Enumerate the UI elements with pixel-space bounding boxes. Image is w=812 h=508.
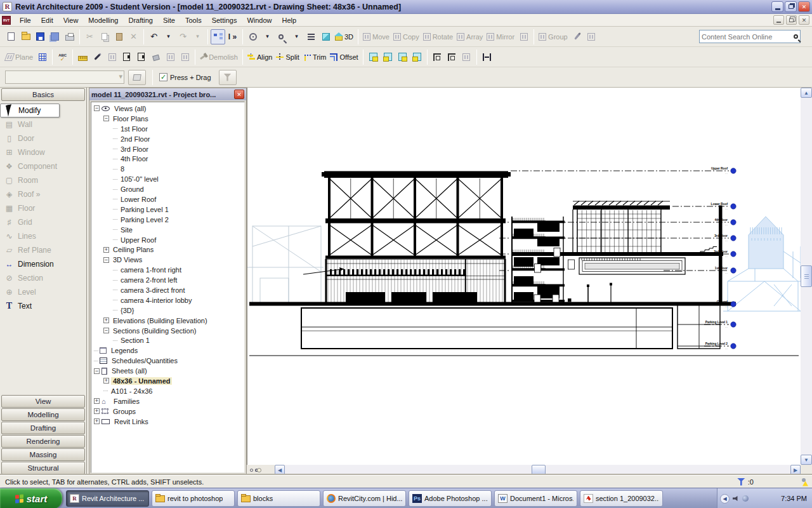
tree-item[interactable]: A101 - 24x36	[91, 386, 244, 396]
tree-item[interactable]: +Revit Links	[91, 417, 244, 427]
design-bar-item-ref-plane[interactable]: ▱Ref Plane	[0, 243, 86, 257]
design-bar-item-text[interactable]: TText	[0, 299, 86, 313]
beam-joins-button[interactable]	[445, 50, 459, 65]
move-button[interactable]: Move	[361, 29, 391, 44]
tree-item[interactable]: 1st Floor	[91, 124, 244, 134]
design-bar-tab-structural[interactable]: Structural	[1, 462, 85, 474]
tree-item[interactable]: +⌂Families	[91, 396, 244, 406]
attach-walls-button[interactable]	[178, 50, 192, 65]
expand-icon[interactable]: +	[103, 378, 109, 384]
grid-toggle-button[interactable]	[35, 50, 49, 65]
tree-item[interactable]: −Sections (Building Section)	[91, 326, 244, 336]
design-bar-tab-view[interactable]: View	[1, 395, 85, 408]
paint-button[interactable]	[148, 50, 163, 65]
taskbar-task[interactable]: revit to photoshop	[152, 490, 235, 507]
design-bar-item-modify[interactable]: Modify	[0, 104, 60, 117]
element-properties-button[interactable]	[128, 70, 146, 85]
tree-item[interactable]: Ground	[91, 184, 244, 194]
design-bar-item-grid[interactable]: ♯Grid	[0, 215, 86, 229]
edit-joins-button[interactable]	[459, 50, 474, 65]
mdi-restore-button[interactable]	[786, 15, 797, 25]
spelling-button[interactable]: ABC✓	[55, 50, 70, 65]
tree-item[interactable]: +Elevations (Building Elevation)	[91, 316, 244, 326]
taskbar-task[interactable]: RRevit Architecture ...	[66, 490, 149, 507]
mdi-minimize-button[interactable]	[773, 15, 784, 25]
design-bar-tab-modelling[interactable]: Modelling	[1, 408, 85, 421]
undo-dropdown[interactable]: ▾	[161, 29, 176, 44]
print-button[interactable]	[62, 29, 77, 44]
redo-dropdown[interactable]: ▾	[190, 29, 205, 44]
collapse-icon[interactable]: −	[103, 116, 109, 121]
warning-icon[interactable]	[801, 478, 807, 486]
scroll-left-icon[interactable]: ◀	[275, 465, 285, 475]
menu-file[interactable]: File	[15, 15, 36, 26]
reveal-hidden-icon[interactable]	[250, 469, 253, 472]
menu-modelling[interactable]: Modelling	[83, 15, 123, 26]
work-plane-button[interactable]: Plane	[4, 50, 35, 65]
scroll-down-icon[interactable]: ▼	[801, 455, 812, 465]
tree-item[interactable]: −Sheets (all)	[91, 366, 244, 376]
cut-join-button[interactable]	[395, 50, 410, 65]
level-marker-3rd-floor[interactable]: 3rd Floor···	[714, 234, 736, 243]
collapse-icon[interactable]: −	[94, 105, 100, 111]
expand-icon[interactable]: +	[94, 398, 100, 404]
tree-item[interactable]: 3rd Floor	[91, 144, 244, 154]
expand-icon[interactable]: +	[94, 408, 100, 414]
dimension-style-button[interactable]	[480, 50, 494, 65]
offset-button[interactable]: Offset	[328, 50, 360, 65]
design-bar-item-component[interactable]: ❖Component	[0, 159, 86, 173]
group-button[interactable]: Group	[537, 29, 570, 44]
menu-drafting[interactable]: Drafting	[123, 15, 158, 26]
tree-item[interactable]: camera 1-front right	[91, 265, 244, 275]
tree-item[interactable]: +Ceiling Plans	[91, 244, 244, 255]
tree-item[interactable]: 4th Floor	[91, 154, 244, 164]
rotate-button[interactable]: Rotate	[421, 29, 455, 44]
tree-item[interactable]: Schedules/Quantities	[91, 356, 244, 366]
tree-item[interactable]: Upper Roof	[91, 235, 244, 245]
copy-button[interactable]: Copy	[391, 29, 421, 44]
steering-wheel-button[interactable]	[246, 29, 260, 44]
thin-lines-button[interactable]	[304, 29, 318, 44]
copy-clipboard-button[interactable]	[97, 29, 112, 44]
design-bar-item-roof-[interactable]: ◈Roof »	[0, 187, 86, 201]
taskbar-task[interactable]: PsAdobe Photoshop ...	[409, 490, 492, 507]
new-button[interactable]	[4, 29, 18, 44]
uncut-geometry-button[interactable]	[134, 50, 148, 65]
mirror-button[interactable]: Mirror	[485, 29, 516, 44]
press-drag-checkbox[interactable]: ✓	[159, 73, 167, 81]
design-bar-tab-rendering[interactable]: Rendering	[1, 435, 85, 448]
design-bar-item-level[interactable]: ⊕Level	[0, 285, 86, 299]
project-browser-close-button[interactable]: ✕	[234, 90, 244, 99]
paste-button[interactable]	[112, 29, 126, 44]
taskbar-task[interactable]: WDocument1 - Micros...	[494, 490, 577, 507]
level-marker-parking-level-2[interactable]: Parking Level 2···	[705, 342, 736, 351]
unjoin-geometry-button[interactable]	[381, 50, 395, 65]
restore-button[interactable]	[785, 1, 797, 12]
design-bar-tab-drafting[interactable]: Drafting	[1, 422, 85, 434]
project-browser-titlebar[interactable]: model 11_20090321.rvt - Project bro... ✕	[89, 88, 246, 100]
split-button[interactable]: Split	[274, 50, 301, 65]
collapse-icon[interactable]: −	[103, 328, 109, 333]
scroll-up-icon[interactable]: ▲	[801, 88, 812, 98]
tree-item[interactable]: Parking Level 2	[91, 215, 244, 225]
menu-view[interactable]: View	[58, 15, 84, 26]
save-to-central-button[interactable]	[48, 29, 62, 44]
tree-item[interactable]: Legends	[91, 345, 244, 356]
level-marker-4th-floor[interactable]: 4th Floor···	[714, 218, 736, 227]
expand-icon[interactable]: +	[94, 418, 100, 424]
tree-item[interactable]: +48x36 - Unnamed	[91, 376, 244, 386]
tree-item[interactable]: −3D Views	[91, 255, 244, 265]
vertical-scroll-thumb[interactable]	[801, 265, 812, 287]
design-bar-item-floor[interactable]: ▦Floor	[0, 201, 86, 215]
tape-measure-button[interactable]	[75, 50, 90, 65]
collapse-icon[interactable]: −	[103, 257, 109, 263]
resize-button[interactable]	[516, 29, 531, 44]
tree-item[interactable]: camera 3-direct front	[91, 285, 244, 295]
open-button[interactable]	[18, 29, 33, 44]
pin-button[interactable]	[570, 29, 584, 44]
array-button[interactable]: Array	[455, 29, 485, 44]
undo-button[interactable]: ↶	[147, 29, 161, 44]
taskbar-task[interactable]: blocks	[237, 490, 320, 507]
start-button[interactable]: start	[0, 488, 62, 508]
design-bar-item-section[interactable]: ⊘Section	[0, 271, 86, 285]
